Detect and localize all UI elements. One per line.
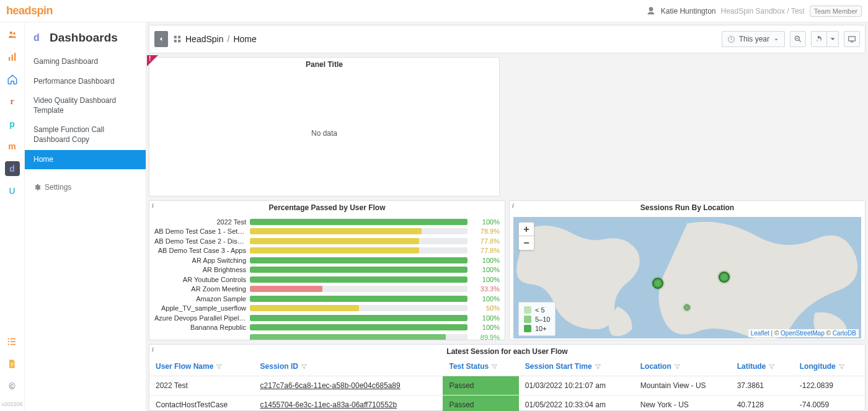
table-header[interactable]: Longitude [794,357,865,376]
svg-rect-13 [11,366,12,366]
filter-icon[interactable] [491,363,498,370]
sidebar-header: d Dashboards [25,22,146,47]
bar-label: 2022 Test [154,218,246,226]
bar-label: AR App Switching [154,257,246,264]
cell-status: Passed [443,396,518,412]
filter-icon[interactable] [674,363,681,370]
bar-fill [250,286,322,292]
svg-point-7 [8,341,9,342]
bar-label: AR Brightness [154,266,246,273]
table-header[interactable]: Session Start Time [519,357,634,376]
username: Katie Huntington [661,7,716,15]
svg-rect-2 [9,57,10,61]
leaflet-link[interactable]: Leaflet [751,330,769,337]
svg-rect-8 [11,341,16,342]
bar-label: AB Demo Test Case 1 - Settings [154,228,246,235]
bar-row[interactable]: AB Demo Test Case 3 - Apps77.8% [154,246,500,256]
bar-track [250,257,467,263]
sidebar-settings[interactable]: Settings [25,178,146,197]
rail-u-icon[interactable]: U [5,183,20,198]
svg-rect-22 [849,37,856,41]
bar-row[interactable]: Apple_TV_sample_userflow50% [154,304,500,314]
filter-icon[interactable] [216,363,223,370]
bar-label: AB Demo Test Case 3 - Apps [154,247,246,254]
session-link[interactable]: c1455704-6e3c-11ec-a83a-06aff710552b [260,400,397,409]
rail-team-icon[interactable] [5,27,20,42]
breadcrumb-root[interactable]: HeadSpin [185,34,224,44]
table-row[interactable]: 2022 Testc217c7a6-6ca8-11ec-a58b-00e04c6… [149,376,865,396]
rail-d-icon[interactable]: d [5,161,20,176]
icon-rail: r p m d U © v202206 [0,22,25,411]
zoom-in-button[interactable]: + [519,223,534,236]
sidebar-item-home[interactable]: Home [25,150,146,170]
legend-label: < 5 [535,306,545,314]
bar-track [250,247,467,254]
tv-mode-button[interactable] [844,31,860,47]
legend-label: 10+ [535,325,547,332]
zoom-out-button[interactable] [790,31,806,47]
time-picker[interactable]: This year [722,31,785,47]
breadcrumb-sep: / [228,34,230,44]
bar-row[interactable]: Amazon Sample100% [154,294,500,304]
table-header[interactable]: Session ID [254,357,443,376]
rail-r-icon[interactable]: r [5,94,20,109]
bar-row[interactable]: AB Demo Test Case 1 - Settings78.9% [154,227,500,237]
rail-copyright-icon[interactable]: © [4,379,19,394]
table-header[interactable]: User Flow Name [149,357,254,376]
session-link[interactable]: c217c7a6-6ca8-11ec-a58b-00e04c685a89 [260,381,401,390]
table-header[interactable]: Latitude [731,357,794,376]
panel-table[interactable]: i Latest Session for each User Flow User… [149,344,866,411]
bar-track [250,315,467,321]
bar-row[interactable]: AR Zoom Meeting33.3% [154,285,500,294]
svg-rect-4 [14,53,16,61]
rail-m-icon[interactable]: m [5,139,20,154]
filter-icon[interactable] [301,363,308,370]
bar-row[interactable]: AR Youtube Controls100% [154,275,500,285]
rail-list-icon[interactable] [4,334,19,349]
back-button[interactable] [154,31,168,47]
rail-home-icon[interactable] [5,72,20,87]
carto-link[interactable]: CartoDB [833,330,856,337]
bar-row[interactable]: AR Brightness100% [154,265,500,275]
sidebar-item-video-quality[interactable]: Video Quality Dashboard Template [25,91,146,120]
panel-top[interactable]: Panel Title No data [149,57,500,197]
bar-row[interactable]: AR App Switching100% [154,255,500,265]
panel-map[interactable]: i Sessions Run By Location + [509,200,866,340]
clock-icon [727,35,735,43]
rail-doc-icon[interactable] [4,356,19,371]
map[interactable]: + − < 55–1010+ Leaflet | © OpenStreetMap… [513,217,861,338]
filter-icon[interactable] [768,363,775,370]
zoom-out-button[interactable]: − [519,236,534,250]
bar-value: 77.8% [471,247,500,254]
bar-row[interactable]: Azure Devops Parallel Pipeline100% [154,313,500,323]
table-header[interactable]: Test Status [443,357,518,376]
bar-value: 100% [471,295,500,303]
warning-badge [147,55,158,66]
bar-track [250,228,467,234]
rail-chart-icon[interactable] [5,50,20,64]
filter-icon[interactable] [595,363,601,370]
refresh-interval-button[interactable] [826,31,839,47]
filter-icon[interactable] [838,363,845,370]
map-marker-small[interactable] [684,304,690,311]
bar-track [250,267,467,273]
bar-row[interactable]: 2022 Test100% [154,217,500,227]
bar-row[interactable]: — truncated —89.9% [154,332,500,340]
bar-row[interactable]: AB Demo Test Case 2 - Display77.8% [154,236,500,246]
bar-label: Amazon Sample [154,295,246,303]
panel-percent[interactable]: i Percentage Passed by User Flow 2022 Te… [149,200,505,340]
sidebar-item-gaming[interactable]: Gaming Dashboard [25,52,146,72]
svg-rect-17 [178,40,180,42]
svg-point-5 [8,338,9,339]
refresh-button[interactable] [811,31,827,47]
bar-track [250,334,467,340]
sidebar-item-sample-function[interactable]: Sample Function Call Dashboard Copy [25,120,146,149]
table-row[interactable]: ContactHostTestCasec1455704-6e3c-11ec-a8… [149,396,865,412]
osm-link[interactable]: OpenStreetMap [781,330,825,337]
table-header[interactable]: Location [634,357,731,376]
table-body: 2022 Testc217c7a6-6ca8-11ec-a58b-00e04c6… [149,376,865,412]
panel-map-title: Sessions Run By Location [510,201,865,213]
rail-p-icon[interactable]: p [5,117,20,131]
bar-row[interactable]: Bananna Republic100% [154,323,500,333]
sidebar-item-performance[interactable]: Performance Dashboard [25,72,146,92]
